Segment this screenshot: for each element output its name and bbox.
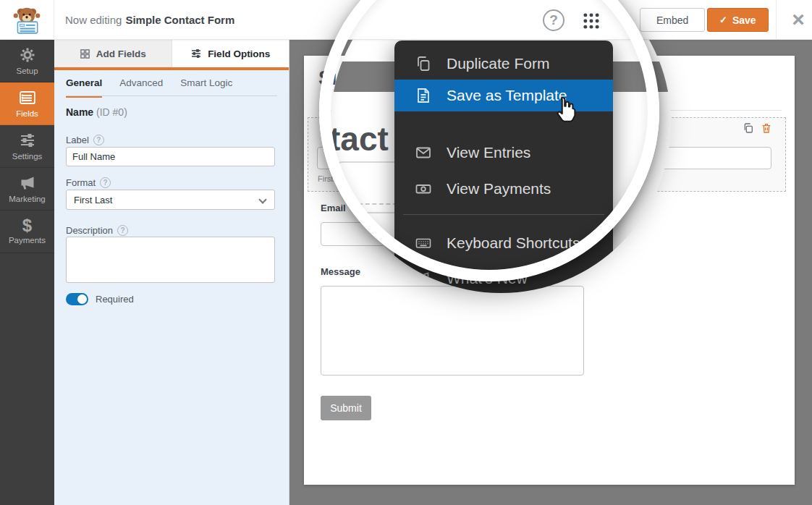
email-label: Email	[321, 203, 346, 213]
duplicate-field-icon[interactable]	[743, 122, 754, 137]
save-button[interactable]: ✓ Save	[707, 8, 769, 32]
first-sublabel: First	[318, 174, 333, 183]
subtab-advanced[interactable]: Advanced	[119, 77, 163, 98]
dollar-icon: $	[22, 218, 32, 233]
option-subtabs: General Advanced Smart Logic	[66, 77, 277, 98]
sidebar-item-fields[interactable]: Fields	[0, 82, 54, 125]
embed-button[interactable]: Embed	[640, 8, 705, 32]
megaphone-icon	[18, 174, 37, 192]
subtab-smart-logic[interactable]: Smart Logic	[180, 77, 232, 98]
tab-field-options[interactable]: Field Options	[172, 40, 289, 67]
gear-icon	[19, 46, 36, 64]
panel-accent-bar	[54, 67, 289, 70]
field-heading: Name (ID #0)	[66, 106, 127, 118]
check-icon: ✓	[719, 14, 727, 25]
sliders-icon	[190, 48, 202, 59]
help-circle-icon[interactable]: ?	[93, 135, 104, 145]
wpforms-logo	[0, 0, 54, 40]
message-textarea[interactable]	[321, 286, 584, 375]
bear-mascot-icon	[12, 5, 42, 35]
label-input[interactable]	[66, 147, 275, 166]
sidebar-item-setup[interactable]: Setup	[0, 40, 54, 82]
description-option-label: Description ?	[66, 225, 128, 236]
now-editing-label: Now editing Simple Contact Form	[65, 0, 234, 40]
help-circle-icon[interactable]: ?	[117, 225, 128, 236]
sliders-icon	[19, 132, 36, 149]
chevron-down-icon	[258, 195, 266, 203]
field-options-panel: Add Fields Field Options General Advance…	[54, 40, 289, 505]
label-option-label: Label ?	[66, 135, 104, 145]
format-option-label: Format ?	[66, 177, 111, 188]
delete-field-icon[interactable]	[761, 122, 772, 137]
close-icon[interactable]: ×	[785, 6, 811, 33]
tab-add-fields[interactable]: Add Fields	[54, 40, 172, 67]
sidebar-item-settings[interactable]: Settings	[0, 125, 54, 168]
field-actions	[743, 122, 772, 137]
sidebar-item-payments[interactable]: $ Payments	[0, 211, 54, 253]
form-name: Simple Contact Form	[125, 14, 234, 26]
panel-tabs: Add Fields Field Options	[54, 40, 289, 67]
wpforms-builder: Simple Contact Form First Last	[0, 0, 812, 505]
required-row: Required	[66, 293, 134, 305]
message-label: Message	[321, 266, 360, 277]
toggle-knob	[77, 294, 87, 304]
topbar-divider	[776, 0, 777, 40]
sidebar-item-marketing[interactable]: Marketing	[0, 168, 54, 211]
help-circle-icon[interactable]: ?	[100, 177, 111, 188]
builder-sidebar: Setup Fields Settings Marketing $	[0, 40, 54, 505]
subtab-general[interactable]: General	[66, 77, 102, 98]
submit-button[interactable]: Submit	[321, 396, 371, 420]
fields-icon	[18, 89, 37, 106]
grid-squares-icon	[80, 48, 90, 59]
format-select[interactable]: First Last	[66, 190, 275, 210]
description-textarea[interactable]	[66, 237, 275, 283]
required-toggle[interactable]	[66, 293, 88, 305]
subtab-underline	[66, 96, 277, 96]
